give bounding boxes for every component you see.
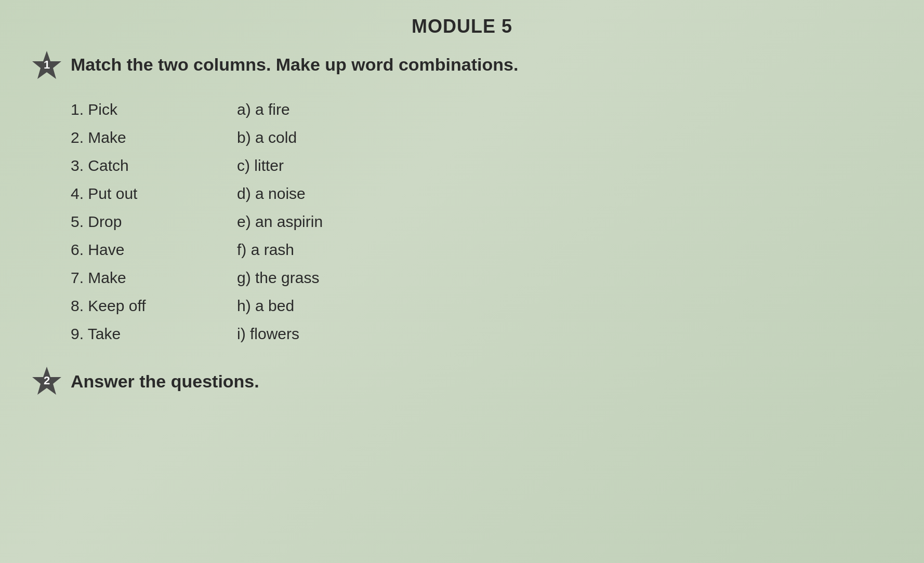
list-item: 6. Have	[71, 239, 237, 261]
list-item: f) a rash	[237, 239, 403, 261]
exercise1-instruction: Match the two columns. Make up word comb…	[71, 53, 518, 76]
list-item: 3. Catch	[71, 155, 237, 177]
list-item: i) flowers	[237, 323, 403, 345]
list-item: g) the grass	[237, 267, 403, 289]
list-item: 4. Put out	[71, 183, 237, 205]
page: MODULE 5 1 Match the two columns. Make u…	[0, 0, 924, 563]
list-item: c) litter	[237, 155, 403, 177]
right-column: a) a fire b) a cold c) litter d) a noise…	[237, 99, 403, 345]
star-badge-1: 1	[31, 50, 62, 81]
list-item: 9. Take	[71, 323, 237, 345]
list-item: a) a fire	[237, 99, 403, 120]
columns-container: 1. Pick 2. Make 3. Catch 4. Put out 5. D…	[71, 99, 893, 345]
svg-text:2: 2	[44, 374, 50, 387]
exercise1-header: 1 Match the two columns. Make up word co…	[31, 53, 893, 84]
left-column: 1. Pick 2. Make 3. Catch 4. Put out 5. D…	[71, 99, 237, 345]
list-item: h) a bed	[237, 295, 403, 317]
list-item: 7. Make	[71, 267, 237, 289]
module-title: MODULE 5	[31, 16, 893, 37]
exercise2-header: 2 Answer the questions.	[31, 366, 893, 397]
svg-text:1: 1	[44, 58, 50, 71]
list-item: e) an aspirin	[237, 211, 403, 233]
list-item: 8. Keep off	[71, 295, 237, 317]
list-item: 1. Pick	[71, 99, 237, 120]
list-item: d) a noise	[237, 183, 403, 205]
list-item: 5. Drop	[71, 211, 237, 233]
list-item: 2. Make	[71, 127, 237, 149]
exercise2-instruction: Answer the questions.	[71, 371, 259, 392]
list-item: b) a cold	[237, 127, 403, 149]
star-badge-2: 2	[31, 366, 62, 397]
